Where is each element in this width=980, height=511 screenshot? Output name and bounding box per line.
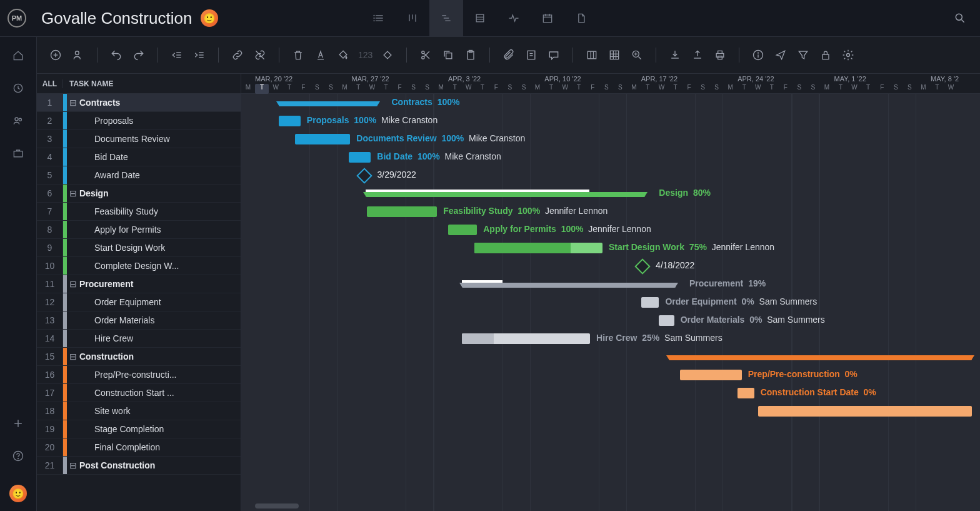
- task-row[interactable]: 12Order Equipment: [37, 293, 241, 311]
- task-row[interactable]: 1⊟Contracts: [37, 94, 241, 112]
- task-row[interactable]: 5Award Date: [37, 166, 241, 185]
- gantt-body[interactable]: Contracts 100%Proposals 100% Mike Cranst…: [241, 94, 980, 511]
- task-bar[interactable]: [680, 370, 742, 380]
- paste-icon[interactable]: [463, 48, 478, 63]
- user-avatar[interactable]: [9, 485, 27, 502]
- link-icon[interactable]: [230, 48, 245, 63]
- expand-icon[interactable]: ⊟: [67, 460, 79, 470]
- task-row[interactable]: 19Stage Completion: [37, 420, 241, 438]
- grid-icon[interactable]: [607, 48, 622, 63]
- settings-icon[interactable]: [841, 48, 856, 63]
- view-sheet-icon[interactable]: [463, 0, 497, 37]
- project-avatar[interactable]: [201, 9, 218, 27]
- task-row[interactable]: 8Apply for Permits: [37, 221, 241, 239]
- task-bar[interactable]: [641, 297, 659, 308]
- expand-icon[interactable]: ⊟: [67, 279, 79, 289]
- task-row[interactable]: 20Final Completion: [37, 438, 241, 457]
- columns-icon[interactable]: [584, 48, 599, 63]
- task-bar[interactable]: [738, 388, 754, 398]
- home-icon[interactable]: [11, 48, 26, 63]
- task-row[interactable]: 14Hire Crew: [37, 330, 241, 348]
- copy-icon[interactable]: [441, 48, 456, 63]
- team-icon[interactable]: [11, 113, 26, 128]
- undo-icon[interactable]: [109, 48, 124, 63]
- cut-icon[interactable]: [418, 48, 433, 63]
- redo-icon[interactable]: [131, 48, 146, 63]
- expand-icon[interactable]: ⊟: [67, 352, 79, 362]
- task-row[interactable]: 15⊟Construction: [37, 348, 241, 366]
- svg-rect-55: [611, 51, 619, 59]
- task-row[interactable]: 21⊟Post Construction: [37, 457, 241, 475]
- task-row[interactable]: 13Order Materials: [37, 311, 241, 330]
- task-color-bar: [63, 239, 67, 256]
- attachment-icon[interactable]: [501, 48, 516, 63]
- text-color-icon[interactable]: [313, 48, 328, 63]
- assign-icon[interactable]: [71, 48, 86, 63]
- summary-bar[interactable]: [366, 192, 646, 197]
- print-icon[interactable]: [712, 48, 728, 63]
- bar-label: Documents Review 100% Mike Cranston: [356, 133, 525, 143]
- send-icon[interactable]: [773, 48, 788, 63]
- task-row[interactable]: 9Start Design Work: [37, 239, 241, 257]
- milestone-marker[interactable]: [356, 168, 372, 183]
- recent-icon[interactable]: [11, 81, 26, 96]
- view-activity-icon[interactable]: [497, 0, 531, 37]
- header-task-name[interactable]: TASK NAME: [63, 79, 113, 88]
- lock-icon[interactable]: [818, 48, 833, 63]
- task-bar[interactable]: [295, 134, 350, 144]
- bar-label: Construction Start Date 0%: [761, 387, 876, 397]
- summary-bar[interactable]: [669, 355, 972, 360]
- fill-color-icon[interactable]: [336, 48, 351, 63]
- task-bar[interactable]: [448, 225, 477, 235]
- task-bar[interactable]: [758, 406, 972, 417]
- milestone-marker[interactable]: [634, 258, 650, 274]
- task-bar[interactable]: [367, 206, 438, 217]
- timeline-week-label: APR, 17 '22: [641, 75, 678, 83]
- briefcase-icon[interactable]: [11, 146, 26, 161]
- task-bar[interactable]: [474, 243, 602, 253]
- view-list-icon[interactable]: [362, 0, 396, 37]
- view-calendar-icon[interactable]: [531, 0, 564, 37]
- priority-icon[interactable]: [380, 48, 395, 63]
- task-row[interactable]: 2Proposals: [37, 112, 241, 130]
- outdent-icon[interactable]: [169, 48, 184, 63]
- task-row[interactable]: 17Construction Start ...: [37, 384, 241, 402]
- note-icon[interactable]: [524, 48, 539, 63]
- task-row[interactable]: 16Prep/Pre-constructi...: [37, 366, 241, 384]
- task-row[interactable]: 18Site work: [37, 402, 241, 420]
- task-row[interactable]: 10Complete Design W...: [37, 257, 241, 275]
- task-row[interactable]: 4Bid Date: [37, 148, 241, 166]
- task-row[interactable]: 6⊟Design: [37, 185, 241, 203]
- task-name: Prep/Pre-constructi...: [79, 370, 241, 380]
- summary-bar[interactable]: [462, 283, 676, 288]
- task-row[interactable]: 7Feasibility Study: [37, 203, 241, 221]
- task-bar[interactable]: [462, 333, 590, 344]
- indent-icon[interactable]: [192, 48, 207, 63]
- zoom-icon[interactable]: [629, 48, 644, 63]
- expand-icon[interactable]: ⊟: [67, 98, 79, 108]
- task-row[interactable]: 11⊟Procurement: [37, 275, 241, 293]
- help-icon[interactable]: [11, 448, 26, 463]
- add-task-icon[interactable]: [48, 48, 63, 63]
- task-bar[interactable]: [279, 116, 301, 126]
- expand-icon[interactable]: ⊟: [67, 188, 79, 198]
- task-bar[interactable]: [659, 315, 674, 326]
- filter-icon[interactable]: [796, 48, 811, 63]
- view-board-icon[interactable]: [396, 0, 429, 37]
- header-all[interactable]: ALL: [37, 79, 63, 88]
- unlink-icon[interactable]: [252, 48, 268, 63]
- export-icon[interactable]: [690, 48, 705, 63]
- summary-bar[interactable]: [279, 101, 378, 106]
- delete-icon[interactable]: [291, 48, 306, 63]
- view-gantt-icon[interactable]: [429, 0, 463, 37]
- task-bar[interactable]: [349, 152, 371, 163]
- task-row[interactable]: 3Documents Review: [37, 130, 241, 148]
- comment-icon[interactable]: [546, 48, 561, 63]
- info-icon[interactable]: [751, 48, 766, 63]
- add-icon[interactable]: [11, 416, 26, 431]
- import-icon[interactable]: [668, 48, 682, 63]
- task-number: 20: [37, 438, 63, 456]
- search-icon[interactable]: [948, 12, 972, 24]
- horizontal-scrollbar[interactable]: [255, 503, 299, 508]
- view-file-icon[interactable]: [564, 0, 598, 37]
